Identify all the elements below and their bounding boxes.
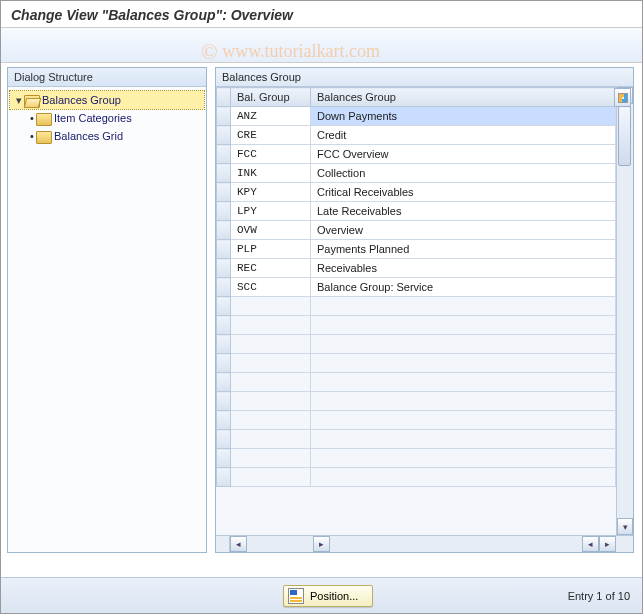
cell-empty bbox=[231, 373, 311, 392]
cell-empty bbox=[311, 468, 616, 487]
row-selector[interactable] bbox=[217, 354, 231, 373]
tree-node-item-categories[interactable]: • Item Categories bbox=[10, 109, 204, 127]
cell-empty bbox=[231, 468, 311, 487]
cell-balances-group[interactable]: Collection bbox=[311, 164, 616, 183]
row-selector[interactable] bbox=[217, 392, 231, 411]
table-row[interactable]: INKCollection bbox=[217, 164, 616, 183]
cell-bal-group[interactable]: INK bbox=[231, 164, 311, 183]
cell-empty bbox=[311, 430, 616, 449]
table-row[interactable]: SCCBalance Group: Service bbox=[217, 278, 616, 297]
table-row[interactable]: FCCFCC Overview bbox=[217, 145, 616, 164]
row-selector-header[interactable] bbox=[217, 88, 231, 107]
row-selector[interactable] bbox=[217, 126, 231, 145]
cell-balances-group[interactable]: FCC Overview bbox=[311, 145, 616, 164]
cell-bal-group[interactable]: PLP bbox=[231, 240, 311, 259]
balances-group-table-panel: Balances Group Bal. Group Balances Group… bbox=[215, 67, 634, 553]
table-group-title: Balances Group bbox=[216, 68, 633, 87]
cell-empty bbox=[311, 316, 616, 335]
cell-balances-group[interactable]: Critical Receivables bbox=[311, 183, 616, 202]
cell-empty bbox=[311, 392, 616, 411]
table-row-empty bbox=[217, 373, 616, 392]
toolbar bbox=[1, 27, 642, 63]
scroll-right-icon[interactable]: ▸ bbox=[599, 536, 616, 552]
row-selector[interactable] bbox=[217, 259, 231, 278]
cell-empty bbox=[311, 373, 616, 392]
scroll-right-icon[interactable]: ▸ bbox=[313, 536, 330, 552]
folder-icon bbox=[36, 131, 50, 142]
row-selector[interactable] bbox=[217, 316, 231, 335]
cell-balances-group[interactable]: Down Payments bbox=[311, 107, 616, 126]
cell-empty bbox=[311, 354, 616, 373]
cell-bal-group[interactable]: ANZ bbox=[231, 107, 311, 126]
table-row[interactable]: LPYLate Receivables bbox=[217, 202, 616, 221]
cell-empty bbox=[231, 354, 311, 373]
position-button[interactable]: Position... bbox=[283, 585, 373, 607]
table-config-icon bbox=[618, 93, 628, 103]
row-selector[interactable] bbox=[217, 430, 231, 449]
cell-empty bbox=[231, 335, 311, 354]
horizontal-scrollbar[interactable]: ◂ ▸ ◂ ▸ bbox=[216, 535, 633, 552]
cell-empty bbox=[311, 297, 616, 316]
table-row[interactable]: PLPPayments Planned bbox=[217, 240, 616, 259]
position-icon bbox=[288, 588, 304, 604]
cell-bal-group[interactable]: KPY bbox=[231, 183, 311, 202]
table-row-empty bbox=[217, 335, 616, 354]
row-selector[interactable] bbox=[217, 240, 231, 259]
row-selector[interactable] bbox=[217, 411, 231, 430]
tree-node-label: Balances Grid bbox=[54, 130, 123, 142]
cell-bal-group[interactable]: LPY bbox=[231, 202, 311, 221]
tree-collapse-icon[interactable]: ▾ bbox=[14, 94, 24, 107]
table-row-empty bbox=[217, 392, 616, 411]
row-selector[interactable] bbox=[217, 202, 231, 221]
cell-bal-group[interactable]: SCC bbox=[231, 278, 311, 297]
table-row-empty bbox=[217, 430, 616, 449]
cell-empty bbox=[231, 449, 311, 468]
cell-empty bbox=[231, 411, 311, 430]
tree-node-label: Balances Group bbox=[42, 94, 121, 106]
table-row[interactable]: KPYCritical Receivables bbox=[217, 183, 616, 202]
cell-balances-group[interactable]: Receivables bbox=[311, 259, 616, 278]
entry-counter: Entry 1 of 10 bbox=[568, 590, 630, 602]
scroll-left-icon[interactable]: ◂ bbox=[230, 536, 247, 552]
scroll-left-icon[interactable]: ◂ bbox=[582, 536, 599, 552]
row-selector[interactable] bbox=[217, 297, 231, 316]
column-header-bal-group[interactable]: Bal. Group bbox=[231, 88, 311, 107]
cell-empty bbox=[311, 449, 616, 468]
cell-empty bbox=[231, 297, 311, 316]
tree-node-balances-grid[interactable]: • Balances Grid bbox=[10, 127, 204, 145]
row-selector[interactable] bbox=[217, 221, 231, 240]
cell-bal-group[interactable]: CRE bbox=[231, 126, 311, 145]
row-selector[interactable] bbox=[217, 278, 231, 297]
table-row[interactable]: CRECredit bbox=[217, 126, 616, 145]
cell-balances-group[interactable]: Balance Group: Service bbox=[311, 278, 616, 297]
cell-balances-group[interactable]: Late Receivables bbox=[311, 202, 616, 221]
row-selector[interactable] bbox=[217, 335, 231, 354]
cell-bal-group[interactable]: REC bbox=[231, 259, 311, 278]
table-row[interactable]: RECReceivables bbox=[217, 259, 616, 278]
row-selector[interactable] bbox=[217, 145, 231, 164]
balances-group-table[interactable]: Bal. Group Balances Group ANZDown Paymen… bbox=[216, 87, 616, 487]
page-title: Change View "Balances Group": Overview bbox=[1, 1, 642, 27]
cell-balances-group[interactable]: Credit bbox=[311, 126, 616, 145]
scroll-down-icon[interactable]: ▾ bbox=[617, 518, 633, 535]
table-row-empty bbox=[217, 316, 616, 335]
dialog-structure-panel: Dialog Structure ▾ Balances Group • Item… bbox=[7, 67, 207, 553]
column-header-balances-group[interactable]: Balances Group bbox=[311, 88, 616, 107]
cell-bal-group[interactable]: FCC bbox=[231, 145, 311, 164]
scroll-thumb[interactable] bbox=[618, 106, 631, 166]
cell-balances-group[interactable]: Payments Planned bbox=[311, 240, 616, 259]
vertical-scrollbar[interactable]: ▴ ▾ bbox=[616, 87, 633, 535]
row-selector[interactable] bbox=[217, 164, 231, 183]
row-selector[interactable] bbox=[217, 373, 231, 392]
cell-balances-group[interactable]: Overview bbox=[311, 221, 616, 240]
table-row[interactable]: OVWOverview bbox=[217, 221, 616, 240]
tree-node-balances-group[interactable]: ▾ Balances Group bbox=[10, 91, 204, 109]
row-selector[interactable] bbox=[217, 107, 231, 126]
row-selector[interactable] bbox=[217, 183, 231, 202]
table-row[interactable]: ANZDown Payments bbox=[217, 107, 616, 126]
footer-bar: Position... Entry 1 of 10 bbox=[1, 577, 642, 613]
row-selector[interactable] bbox=[217, 468, 231, 487]
cell-bal-group[interactable]: OVW bbox=[231, 221, 311, 240]
table-row-empty bbox=[217, 354, 616, 373]
row-selector[interactable] bbox=[217, 449, 231, 468]
